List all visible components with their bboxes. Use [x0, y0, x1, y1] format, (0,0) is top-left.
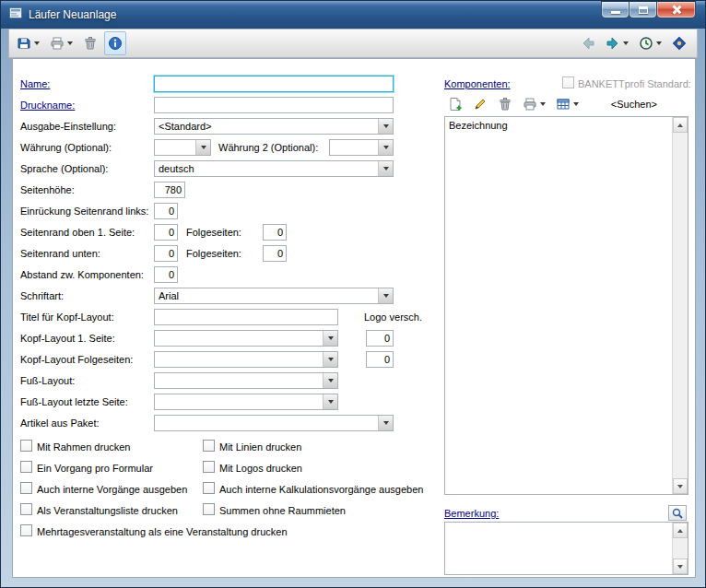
chevron-down-icon[interactable] [378, 119, 393, 134]
print-button[interactable] [46, 31, 76, 55]
checkbox-label-mit-logos-drucken: Mit Logos drucken [219, 462, 302, 475]
suchen-link[interactable]: <Suchen> [611, 99, 657, 110]
maximize-button[interactable] [629, 1, 657, 18]
save-button[interactable] [13, 31, 43, 55]
bemerkung-label: Bemerkung: [444, 507, 499, 520]
new-component-button[interactable] [444, 92, 466, 116]
checkbox-auch-interne-vorgaenge[interactable] [20, 482, 32, 494]
waehrung-select[interactable] [154, 139, 211, 156]
back-button[interactable] [577, 31, 599, 55]
titlebar[interactable]: Läufer Neuanlage [1, 1, 705, 29]
name-input[interactable] [154, 76, 394, 92]
delete-component-button[interactable] [494, 92, 516, 116]
chevron-down-icon[interactable] [323, 373, 337, 388]
list-header-bezeichnung: Bezeichnung [449, 120, 508, 131]
bemerkung-textarea[interactable] [444, 522, 688, 575]
schriftart-select[interactable]: Arial [154, 288, 394, 304]
chevron-down-icon[interactable] [378, 416, 393, 430]
folgeseiten-unten-input[interactable] [263, 245, 287, 262]
delete-button[interactable] [79, 31, 101, 55]
druckname-input[interactable] [154, 97, 394, 113]
sprache-select[interactable]: deutsch [154, 160, 394, 177]
print-component-button[interactable] [519, 92, 549, 116]
abstand-input[interactable] [154, 266, 178, 283]
checkbox-label-ein-vorgang-pro-formular: Ein Vorgang pro Formular [37, 462, 153, 475]
bemerkung-scrollbar[interactable] [672, 523, 688, 574]
kopf-layout-folge-offset-input[interactable] [366, 351, 394, 368]
folgeseiten-oben-input[interactable] [263, 224, 287, 241]
list-scrollbar[interactable] [672, 117, 688, 494]
chevron-down-icon[interactable] [378, 161, 393, 176]
chevron-down-icon[interactable] [195, 140, 210, 155]
kopf-layout-1-label: Kopf-Layout 1. Seite: [20, 332, 115, 345]
schriftart-label: Schriftart: [20, 289, 64, 302]
checkbox-mit-linien-drucken[interactable] [203, 440, 215, 452]
chevron-down-icon[interactable] [323, 394, 337, 409]
pencil-icon [473, 97, 488, 112]
name-label: Name: [20, 77, 50, 90]
fuss-layout-label: Fuß-Layout: [20, 374, 75, 387]
chevron-down-icon[interactable] [323, 331, 337, 346]
einrueckung-label: Einrückung Seitenrand links: [20, 205, 148, 218]
arrow-left-icon [581, 36, 595, 51]
forward-button[interactable] [602, 31, 632, 55]
minimize-button[interactable] [601, 1, 630, 18]
info-button[interactable] [104, 31, 126, 55]
checkbox-als-veranstaltungsliste[interactable] [20, 503, 32, 515]
ausgabe-value: <Standard> [159, 121, 212, 132]
checkbox-label-auch-interne-vorgaenge: Auch interne Vorgänge ausgeben [37, 483, 187, 496]
quick-nav-button[interactable] [668, 31, 690, 55]
checkbox-label-auch-interne-kalkulationsvorgaenge: Auch interne Kalkulationsvorgänge ausgeb… [219, 483, 423, 496]
checkbox-bankettprofi-standard[interactable] [562, 76, 574, 88]
edit-component-button[interactable] [469, 92, 491, 116]
bemerkung-zoom-button[interactable] [668, 505, 687, 521]
checkbox-summen-ohne-raummieten[interactable] [203, 503, 215, 515]
checkbox-mit-logos-drucken[interactable] [203, 461, 215, 473]
titel-kopf-input[interactable] [154, 309, 338, 325]
seitenhoehe-input[interactable] [154, 182, 185, 198]
kopf-layout-1-offset-input[interactable] [366, 330, 394, 347]
checkbox-mehrtagesveranstaltung[interactable] [20, 524, 32, 536]
form-area: Name: Druckname: Ausgabe-Einstellung: <S… [12, 58, 696, 578]
seitenrand-oben-input[interactable] [154, 224, 178, 241]
chevron-down-icon[interactable] [378, 140, 393, 155]
scroll-down-button[interactable] [673, 478, 688, 494]
fuss-layout-letzte-label: Fuß-Layout letzte Seite: [20, 395, 128, 408]
history-button[interactable] [635, 31, 665, 55]
chevron-down-icon[interactable] [573, 102, 579, 106]
chevron-down-icon[interactable] [67, 41, 73, 45]
dialog-window: Läufer Neuanlage [0, 0, 706, 588]
komponenten-list[interactable]: Bezeichnung [444, 116, 688, 495]
chevron-down-icon[interactable] [378, 288, 393, 303]
kopf-layout-folge-select[interactable] [154, 351, 338, 368]
folgeseiten-oben-label: Folgeseiten: [186, 226, 241, 239]
main-toolbar [8, 29, 698, 58]
kopf-layout-1-select[interactable] [154, 330, 338, 347]
waehrung2-select[interactable] [329, 139, 394, 156]
checkbox-auch-interne-kalkulationsvorgaenge[interactable] [203, 482, 215, 494]
close-button[interactable] [656, 1, 696, 18]
table-view-button[interactable] [552, 92, 582, 116]
fuss-layout-letzte-select[interactable] [154, 394, 338, 410]
ausgabe-select[interactable]: <Standard> [154, 118, 394, 135]
scroll-up-button[interactable] [673, 117, 688, 133]
einrueckung-input[interactable] [154, 203, 178, 219]
titel-kopf-label: Titel für Kopf-Layout: [20, 311, 114, 323]
checkbox-label-summen-ohne-raummieten: Summen ohne Raummieten [219, 504, 346, 517]
komponenten-label: Komponenten: [444, 77, 511, 90]
checkbox-mit-rahmen-drucken[interactable] [20, 440, 32, 452]
chevron-down-icon[interactable] [540, 102, 546, 106]
chevron-down-icon[interactable] [34, 41, 40, 45]
save-icon [17, 36, 31, 51]
artikel-paket-select[interactable] [154, 415, 394, 431]
chevron-down-icon[interactable] [656, 41, 662, 45]
scroll-up-button[interactable] [673, 523, 688, 538]
chevron-down-icon[interactable] [623, 41, 629, 45]
checkbox-ein-vorgang-pro-formular[interactable] [20, 461, 32, 473]
fuss-layout-select[interactable] [154, 372, 338, 389]
seitenrand-unten-input[interactable] [154, 245, 178, 262]
scroll-down-button[interactable] [673, 559, 688, 574]
triangle-down-icon [677, 485, 683, 488]
chevron-down-icon[interactable] [323, 352, 337, 367]
kopf-layout-folge-label: Kopf-Layout Folgeseiten: [20, 353, 133, 366]
